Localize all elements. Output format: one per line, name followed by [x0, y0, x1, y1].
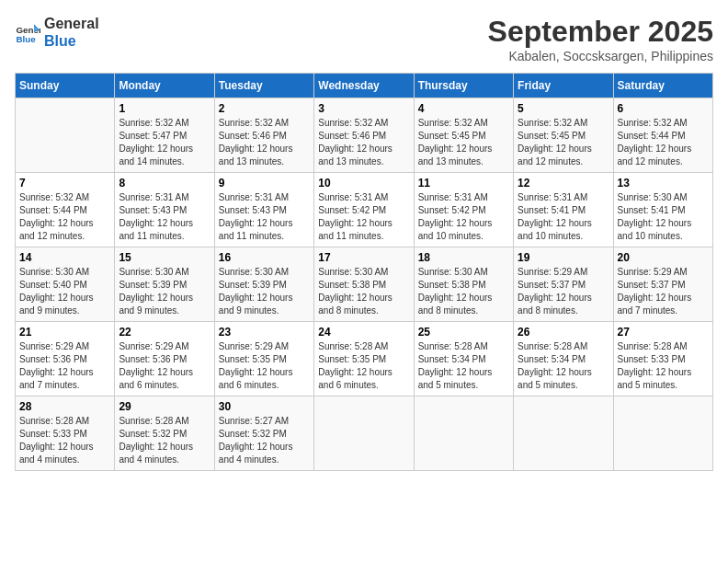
day-info: Sunrise: 5:31 AM Sunset: 5:42 PM Dayligh… — [418, 191, 509, 243]
day-info: Sunrise: 5:32 AM Sunset: 5:45 PM Dayligh… — [418, 117, 509, 168]
day-number: 5 — [518, 102, 609, 115]
day-info: Sunrise: 5:30 AM Sunset: 5:38 PM Dayligh… — [418, 266, 509, 317]
calendar-cell — [16, 98, 115, 173]
day-number: 15 — [119, 251, 210, 264]
day-info: Sunrise: 5:30 AM Sunset: 5:39 PM Dayligh… — [119, 266, 210, 317]
calendar-cell: 16Sunrise: 5:30 AM Sunset: 5:39 PM Dayli… — [214, 247, 313, 322]
day-info: Sunrise: 5:28 AM Sunset: 5:34 PM Dayligh… — [418, 340, 509, 392]
week-row-5: 28Sunrise: 5:28 AM Sunset: 5:33 PM Dayli… — [16, 396, 713, 471]
day-info: Sunrise: 5:28 AM Sunset: 5:34 PM Dayligh… — [518, 340, 609, 392]
logo: General Blue General Blue — [15, 15, 99, 50]
day-number: 12 — [518, 177, 609, 190]
calendar-cell — [514, 396, 613, 471]
day-number: 26 — [518, 326, 609, 339]
svg-text:Blue: Blue — [16, 34, 36, 44]
page-subtitle: Kabalen, Soccsksargen, Philippines — [488, 49, 713, 63]
day-number: 3 — [318, 102, 409, 115]
day-info: Sunrise: 5:31 AM Sunset: 5:42 PM Dayligh… — [318, 191, 409, 243]
calendar-cell: 17Sunrise: 5:30 AM Sunset: 5:38 PM Dayli… — [314, 247, 414, 322]
calendar-cell — [314, 396, 414, 471]
calendar-cell: 25Sunrise: 5:28 AM Sunset: 5:34 PM Dayli… — [414, 322, 513, 396]
day-info: Sunrise: 5:32 AM Sunset: 5:44 PM Dayligh… — [19, 191, 110, 243]
day-number: 28 — [19, 400, 110, 413]
day-number: 16 — [219, 251, 310, 264]
day-info: Sunrise: 5:32 AM Sunset: 5:46 PM Dayligh… — [219, 117, 310, 168]
header: General Blue General Blue September 2025… — [15, 15, 713, 63]
calendar-cell: 3Sunrise: 5:32 AM Sunset: 5:46 PM Daylig… — [314, 98, 414, 173]
calendar-header-row: SundayMondayTuesdayWednesdayThursdayFrid… — [16, 74, 713, 98]
calendar-cell: 23Sunrise: 5:29 AM Sunset: 5:35 PM Dayli… — [214, 322, 313, 396]
header-wednesday: Wednesday — [314, 74, 414, 98]
day-info: Sunrise: 5:28 AM Sunset: 5:33 PM Dayligh… — [618, 340, 709, 392]
day-number: 18 — [418, 251, 509, 264]
week-row-2: 7Sunrise: 5:32 AM Sunset: 5:44 PM Daylig… — [16, 173, 713, 247]
day-info: Sunrise: 5:30 AM Sunset: 5:41 PM Dayligh… — [618, 191, 709, 243]
day-number: 22 — [119, 326, 210, 339]
day-info: Sunrise: 5:27 AM Sunset: 5:32 PM Dayligh… — [219, 415, 310, 466]
calendar-cell: 5Sunrise: 5:32 AM Sunset: 5:45 PM Daylig… — [514, 98, 613, 173]
day-number: 19 — [518, 251, 609, 264]
calendar-cell: 6Sunrise: 5:32 AM Sunset: 5:44 PM Daylig… — [613, 98, 712, 173]
header-tuesday: Tuesday — [214, 74, 313, 98]
day-info: Sunrise: 5:28 AM Sunset: 5:35 PM Dayligh… — [318, 340, 409, 392]
day-info: Sunrise: 5:28 AM Sunset: 5:33 PM Dayligh… — [19, 415, 110, 466]
day-number: 9 — [219, 177, 310, 190]
day-info: Sunrise: 5:28 AM Sunset: 5:32 PM Dayligh… — [119, 415, 210, 466]
day-info: Sunrise: 5:32 AM Sunset: 5:46 PM Dayligh… — [318, 117, 409, 168]
day-number: 8 — [119, 177, 210, 190]
day-number: 21 — [19, 326, 110, 339]
calendar-cell: 30Sunrise: 5:27 AM Sunset: 5:32 PM Dayli… — [214, 396, 313, 471]
calendar-cell: 15Sunrise: 5:30 AM Sunset: 5:39 PM Dayli… — [115, 247, 214, 322]
header-friday: Friday — [514, 74, 613, 98]
calendar-table: SundayMondayTuesdayWednesdayThursdayFrid… — [15, 73, 713, 471]
day-info: Sunrise: 5:31 AM Sunset: 5:43 PM Dayligh… — [219, 191, 310, 243]
header-saturday: Saturday — [613, 74, 712, 98]
day-info: Sunrise: 5:30 AM Sunset: 5:40 PM Dayligh… — [19, 266, 110, 317]
day-number: 23 — [219, 326, 310, 339]
calendar-cell: 8Sunrise: 5:31 AM Sunset: 5:43 PM Daylig… — [115, 173, 214, 247]
calendar-cell: 24Sunrise: 5:28 AM Sunset: 5:35 PM Dayli… — [314, 322, 414, 396]
calendar-cell: 14Sunrise: 5:30 AM Sunset: 5:40 PM Dayli… — [16, 247, 115, 322]
day-info: Sunrise: 5:31 AM Sunset: 5:43 PM Dayligh… — [119, 191, 210, 243]
day-number: 24 — [318, 326, 409, 339]
week-row-4: 21Sunrise: 5:29 AM Sunset: 5:36 PM Dayli… — [16, 322, 713, 396]
day-info: Sunrise: 5:32 AM Sunset: 5:44 PM Dayligh… — [618, 117, 709, 168]
day-info: Sunrise: 5:31 AM Sunset: 5:41 PM Dayligh… — [518, 191, 609, 243]
title-block: September 2025 Kabalen, Soccsksargen, Ph… — [488, 15, 713, 63]
calendar-cell: 13Sunrise: 5:30 AM Sunset: 5:41 PM Dayli… — [613, 173, 712, 247]
day-number: 14 — [19, 251, 110, 264]
calendar-cell: 21Sunrise: 5:29 AM Sunset: 5:36 PM Dayli… — [16, 322, 115, 396]
day-number: 6 — [618, 102, 709, 115]
calendar-cell: 9Sunrise: 5:31 AM Sunset: 5:43 PM Daylig… — [214, 173, 313, 247]
day-info: Sunrise: 5:29 AM Sunset: 5:36 PM Dayligh… — [19, 340, 110, 392]
day-info: Sunrise: 5:30 AM Sunset: 5:38 PM Dayligh… — [318, 266, 409, 317]
day-info: Sunrise: 5:32 AM Sunset: 5:45 PM Dayligh… — [518, 117, 609, 168]
calendar-cell: 10Sunrise: 5:31 AM Sunset: 5:42 PM Dayli… — [314, 173, 414, 247]
calendar-cell: 11Sunrise: 5:31 AM Sunset: 5:42 PM Dayli… — [414, 173, 513, 247]
calendar-cell: 19Sunrise: 5:29 AM Sunset: 5:37 PM Dayli… — [514, 247, 613, 322]
calendar-cell: 12Sunrise: 5:31 AM Sunset: 5:41 PM Dayli… — [514, 173, 613, 247]
day-info: Sunrise: 5:29 AM Sunset: 5:37 PM Dayligh… — [618, 266, 709, 317]
day-number: 11 — [418, 177, 509, 190]
week-row-3: 14Sunrise: 5:30 AM Sunset: 5:40 PM Dayli… — [16, 247, 713, 322]
day-number: 20 — [618, 251, 709, 264]
calendar-cell: 26Sunrise: 5:28 AM Sunset: 5:34 PM Dayli… — [514, 322, 613, 396]
day-number: 2 — [219, 102, 310, 115]
calendar-cell: 27Sunrise: 5:28 AM Sunset: 5:33 PM Dayli… — [613, 322, 712, 396]
day-info: Sunrise: 5:30 AM Sunset: 5:39 PM Dayligh… — [219, 266, 310, 317]
calendar-cell: 18Sunrise: 5:30 AM Sunset: 5:38 PM Dayli… — [414, 247, 513, 322]
day-number: 10 — [318, 177, 409, 190]
logo-icon: General Blue — [15, 19, 40, 45]
calendar-cell: 4Sunrise: 5:32 AM Sunset: 5:45 PM Daylig… — [414, 98, 513, 173]
day-info: Sunrise: 5:32 AM Sunset: 5:47 PM Dayligh… — [119, 117, 210, 168]
day-number: 7 — [19, 177, 110, 190]
day-info: Sunrise: 5:29 AM Sunset: 5:37 PM Dayligh… — [518, 266, 609, 317]
header-monday: Monday — [115, 74, 214, 98]
calendar-cell — [613, 396, 712, 471]
page-title: September 2025 — [488, 15, 713, 49]
day-number: 29 — [119, 400, 210, 413]
logo-general: General — [44, 15, 99, 32]
day-number: 1 — [119, 102, 210, 115]
calendar-cell — [414, 396, 513, 471]
day-number: 4 — [418, 102, 509, 115]
